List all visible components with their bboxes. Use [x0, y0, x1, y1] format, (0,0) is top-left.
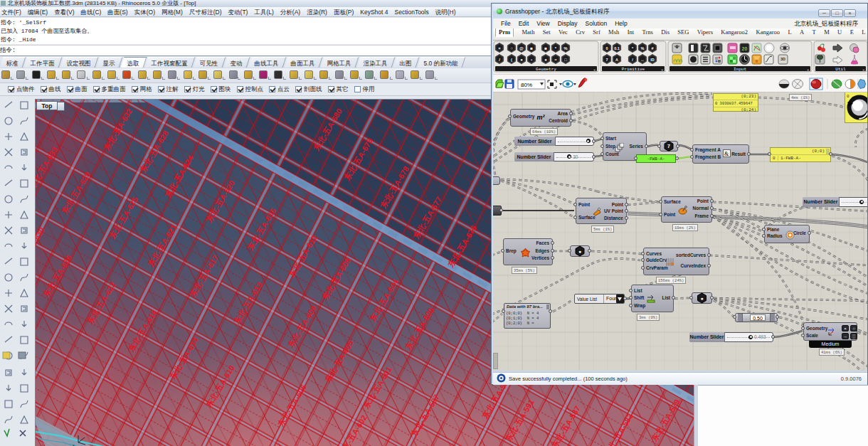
svg-text:ID: ID — [650, 58, 655, 62]
svg-text:●: ● — [700, 296, 703, 301]
svg-text:%: % — [641, 46, 645, 51]
svg-text:7: 7 — [667, 144, 670, 149]
svg-text:Geometry: Geometry — [536, 67, 556, 72]
svg-text:Input: Input — [734, 67, 746, 72]
svg-text:+: + — [862, 68, 865, 72]
svg-text:=: = — [554, 58, 557, 62]
svg-text:●: ● — [578, 249, 581, 254]
svg-text:○: ○ — [510, 46, 513, 51]
svg-text:●: ● — [520, 58, 523, 62]
svg-text:80%: 80% — [521, 82, 532, 88]
svg-text:%: % — [563, 46, 568, 51]
svg-text:■: ■ — [544, 46, 547, 51]
svg-text:A: A — [615, 58, 618, 62]
svg-text:0: 0 — [605, 46, 608, 51]
svg-text:Util: Util — [835, 67, 846, 72]
svg-text:x: x — [73, 443, 75, 446]
svg-text:7: 7 — [605, 58, 608, 62]
svg-text:#: # — [651, 46, 653, 51]
svg-text:+: + — [807, 68, 810, 72]
svg-text:0.1: 0.1 — [614, 46, 620, 51]
svg-text:□: □ — [564, 58, 567, 62]
svg-text:+: + — [661, 68, 664, 72]
svg-text:3D: 3D — [780, 57, 785, 61]
svg-text:(: ( — [511, 58, 512, 62]
svg-text:•: • — [531, 58, 532, 62]
svg-text:20: 20 — [742, 46, 748, 51]
svg-text:↔: ↔ — [640, 58, 645, 62]
svg-text:●: ● — [544, 58, 547, 62]
svg-text:+: + — [593, 68, 596, 72]
svg-text:@: @ — [519, 46, 524, 51]
svg-text:×: × — [498, 46, 501, 51]
svg-text:■: ■ — [530, 46, 533, 51]
svg-text:Primitive: Primitive — [622, 67, 645, 72]
